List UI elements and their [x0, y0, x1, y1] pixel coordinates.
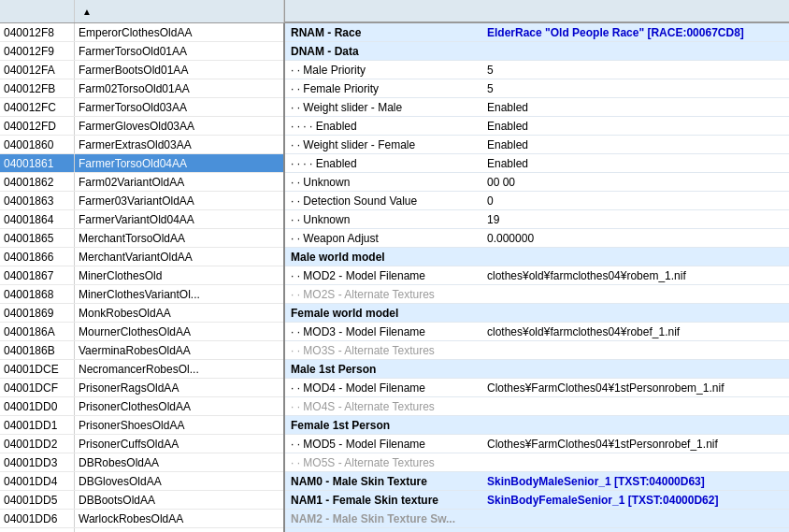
cell-form-id: 04001861 — [0, 154, 75, 172]
table-row[interactable]: 04001DD2PrisonerCuffsOldAA — [0, 435, 283, 453]
right-row: NAM0 - Male Skin TextureSkinBodyMaleSeni… — [285, 472, 789, 491]
table-row[interactable]: 04001DD0PrisonerClothesOldAA — [0, 397, 283, 416]
cell-form-id: 04001860 — [0, 136, 75, 153]
table-row[interactable]: 040012FAFarmerBootsOld01AA — [0, 61, 283, 79]
right-row: · · Male Priority5 — [285, 61, 789, 79]
right-label: NAM0 - Male Skin Texture — [285, 475, 481, 488]
table-row[interactable]: 04001860FarmerExtrasOld03AA — [0, 136, 283, 154]
cell-editor-id: PrisonerClothesOldAA — [75, 397, 283, 415]
cell-editor-id: VaerminaRobesOldAA — [75, 341, 283, 359]
cell-form-id: 04001DD0 — [0, 397, 75, 415]
cell-form-id: 040012F9 — [0, 42, 75, 60]
right-value: clothes¥old¥farmclothes04¥robem_1.nif — [481, 269, 789, 282]
cell-editor-id: MinerClothesVariantOl... — [75, 285, 283, 303]
right-value: Enabled — [481, 157, 789, 170]
right-row: DNAM - Data — [285, 42, 789, 61]
right-row: · · MO3S - Alternate Textures — [285, 341, 789, 360]
right-row: · · MO4S - Alternate Textures — [285, 397, 789, 416]
table-row[interactable]: 04001DCENecromancerRobesOl... — [0, 360, 283, 379]
right-row: Female 1st Person — [285, 416, 789, 435]
cell-form-id: 040012FD — [0, 117, 75, 135]
cell-editor-id: Farmer03VariantOldAA — [75, 192, 283, 209]
cell-form-id: 04001864 — [0, 210, 75, 228]
right-label: · · MO2S - Alternate Textures — [285, 288, 481, 301]
cell-editor-id: MerchantTorsoOldAA — [75, 229, 283, 247]
table-row[interactable]: 04001868MinerClothesVariantOl... — [0, 285, 283, 304]
cell-form-id: 04001DD3 — [0, 453, 75, 471]
cell-editor-id: FarmerGlovesOld03AA — [75, 117, 283, 135]
right-label: NAM1 - Female Skin texture — [285, 494, 481, 507]
cell-editor-id: MerchantVariantOldAA — [75, 248, 283, 266]
right-row: · · · · EnabledEnabled — [285, 154, 789, 173]
right-label: Female world model — [285, 307, 481, 320]
cell-form-id: 04001DD4 — [0, 472, 75, 490]
table-row[interactable]: 04001DD6WarlockRobesOldAA — [0, 510, 283, 528]
cell-form-id: 04001DD5 — [0, 491, 75, 509]
table-row[interactable]: 04001DD3DBRobesOldAA — [0, 453, 283, 472]
right-row: Female world model — [285, 304, 789, 323]
right-label: · · MOD2 - Model Filename — [285, 269, 481, 282]
right-row: NAM3 - Female Skin Texture ... — [285, 528, 789, 532]
cell-editor-id: EmperorClothesOldAA — [75, 23, 283, 41]
right-label: · · Weapon Adjust — [285, 232, 481, 245]
cell-form-id: 04001862 — [0, 173, 75, 191]
right-label: DNAM - Data — [285, 45, 481, 58]
table-row[interactable]: 0400186BVaerminaRobesOldAA — [0, 341, 283, 360]
cell-editor-id: DBRobesOldAA — [75, 453, 283, 471]
table-row[interactable]: 04001869MonkRobesOldAA — [0, 304, 283, 323]
table-row[interactable]: 040012FBFarm02TorsoOld01AA — [0, 79, 283, 98]
table-row[interactable]: 04001DD5DBBootsOldAA — [0, 491, 283, 510]
table-row[interactable]: 04001DCFPrisonerRagsOldAA — [0, 379, 283, 397]
table-body: 040012F8EmperorClothesOldAA040012F9Farme… — [0, 23, 283, 532]
cell-editor-id: FarmerVariantOld04AA — [75, 210, 283, 228]
table-row[interactable]: 04001DD1PrisonerShoesOldAA — [0, 416, 283, 435]
right-row: · · Weapon Adjust0.000000 — [285, 229, 789, 248]
table-row[interactable]: 040012F9FarmerTorsoOld01AA — [0, 42, 283, 61]
cell-editor-id: FarmerTorsoOld01AA — [75, 42, 283, 60]
right-row: · · MO5S - Alternate Textures — [285, 453, 789, 472]
right-label: · · MO5S - Alternate Textures — [285, 456, 481, 469]
right-row: · · Weight slider - MaleEnabled — [285, 98, 789, 117]
right-value: Enabled — [481, 101, 789, 114]
cell-editor-id: PrisonerRagsOldAA — [75, 379, 283, 396]
table-row[interactable]: 04001DD4DBGlovesOldAA — [0, 472, 283, 491]
table-row[interactable]: 040012FCFarmerTorsoOld03AA — [0, 98, 283, 117]
cell-form-id: 04001865 — [0, 229, 75, 247]
right-value: Enabled — [481, 120, 789, 133]
right-label: · · MOD4 - Model Filename — [285, 381, 481, 395]
right-row: NAM1 - Female Skin textureSkinBodyFemale… — [285, 491, 789, 510]
table-row[interactable]: 04001863Farmer03VariantOldAA — [0, 192, 283, 210]
table-row[interactable]: 04001867MinerClothesOld — [0, 266, 283, 285]
form-id-header[interactable] — [0, 0, 75, 22]
right-label: RNAM - Race — [285, 26, 481, 39]
right-label: · · Weight slider - Male — [285, 101, 481, 114]
table-row[interactable]: 04001866MerchantVariantOldAA — [0, 248, 283, 266]
cell-form-id: 04001DD1 — [0, 416, 75, 434]
right-value: 5 — [481, 64, 789, 77]
right-value: 0.000000 — [481, 232, 789, 245]
table-row[interactable]: 04001865MerchantTorsoOldAA — [0, 229, 283, 248]
table-row[interactable]: 04001862Farm02VariantOldAA — [0, 173, 283, 192]
right-row: Male world model — [285, 248, 789, 266]
right-value: 0 — [481, 194, 789, 208]
editor-id-header[interactable]: ▲ — [75, 0, 284, 22]
table-row[interactable]: 040012F8EmperorClothesOldAA — [0, 23, 283, 42]
table-row[interactable]: 04001861FarmerTorsoOld04AA — [0, 154, 283, 173]
cell-editor-id: DBBootsOldAA — [75, 491, 283, 509]
cell-form-id: 04001DD2 — [0, 435, 75, 453]
right-value: Enabled — [481, 138, 789, 151]
cell-editor-id: MonkRobesOldAA — [75, 304, 283, 322]
table-row[interactable]: 04001DD7YarlTorso01OldAA — [0, 528, 283, 532]
right-row: Male 1st Person — [285, 360, 789, 379]
cell-form-id: 040012FA — [0, 61, 75, 79]
right-label: Male world model — [285, 251, 481, 264]
right-label: Female 1st Person — [285, 419, 481, 432]
table-row[interactable]: 0400186AMournerClothesOldAA — [0, 323, 283, 341]
cell-form-id: 04001863 — [0, 192, 75, 209]
left-panel[interactable]: 040012F8EmperorClothesOldAA040012F9Farme… — [0, 23, 285, 532]
table-row[interactable]: 04001864FarmerVariantOld04AA — [0, 210, 283, 229]
cell-editor-id: PrisonerShoesOldAA — [75, 416, 283, 434]
table-row[interactable]: 040012FDFarmerGlovesOld03AA — [0, 117, 283, 136]
sort-arrow-icon: ▲ — [82, 7, 92, 17]
cell-form-id: 04001DD7 — [0, 528, 75, 532]
